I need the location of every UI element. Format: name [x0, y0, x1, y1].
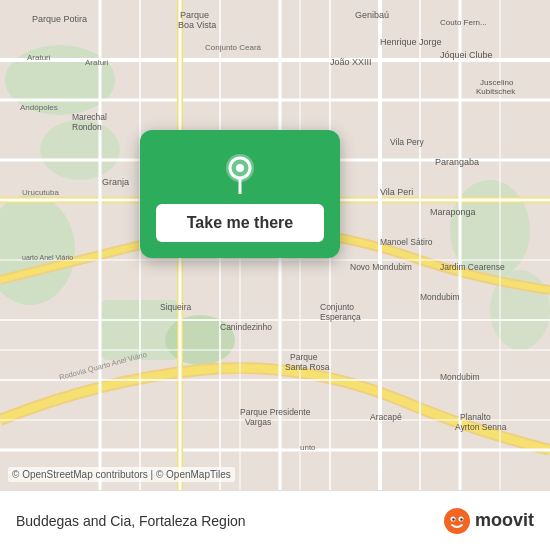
svg-text:João XXIII: João XXIII	[330, 57, 372, 67]
svg-text:Conjunto Ceará: Conjunto Ceará	[205, 43, 262, 52]
take-me-there-button[interactable]: Take me there	[156, 204, 324, 242]
svg-text:Siqueira: Siqueira	[160, 302, 191, 312]
svg-text:Jóquei Clube: Jóquei Clube	[440, 50, 493, 60]
svg-text:uarto Anel Viário: uarto Anel Viário	[22, 254, 73, 261]
moovit-face-icon	[443, 507, 471, 535]
svg-text:Parque Potira: Parque Potira	[32, 14, 87, 24]
svg-text:Vila Pery: Vila Pery	[390, 137, 425, 147]
location-pin-icon	[218, 150, 262, 194]
svg-text:Manoel Sátiro: Manoel Sátiro	[380, 237, 433, 247]
svg-text:Ayrton Senna: Ayrton Senna	[455, 422, 507, 432]
svg-text:Kubitschek: Kubitschek	[476, 87, 516, 96]
svg-text:Conjunto: Conjunto	[320, 302, 354, 312]
svg-text:Mondubim: Mondubim	[440, 372, 480, 382]
svg-text:Planalto: Planalto	[460, 412, 491, 422]
svg-text:Andópoles: Andópoles	[20, 103, 58, 112]
svg-text:Rondon: Rondon	[72, 122, 102, 132]
moovit-brand-text: moovit	[475, 510, 534, 531]
svg-text:Araturi: Araturi	[27, 53, 51, 62]
svg-text:Mondubim: Mondubim	[420, 292, 460, 302]
svg-text:Genibaú: Genibaú	[355, 10, 389, 20]
map-attribution: © OpenStreetMap contributors | © OpenMap…	[8, 467, 235, 482]
svg-text:Aracapé: Aracapé	[370, 412, 402, 422]
svg-text:Parque Presidente: Parque Presidente	[240, 407, 311, 417]
svg-text:Urucutuba: Urucutuba	[22, 188, 59, 197]
location-label: Buddegas and Cia, Fortaleza Region	[16, 513, 246, 529]
svg-text:Parque: Parque	[290, 352, 318, 362]
svg-text:Parangaba: Parangaba	[435, 157, 479, 167]
svg-point-76	[444, 508, 470, 534]
svg-text:Esperança: Esperança	[320, 312, 361, 322]
svg-point-75	[236, 164, 244, 172]
svg-text:Granja: Granja	[102, 177, 129, 187]
svg-text:Henrique Jorge: Henrique Jorge	[380, 37, 442, 47]
svg-text:Jardim Cearense: Jardim Cearense	[440, 262, 505, 272]
svg-text:Novo Mondubim: Novo Mondubim	[350, 262, 412, 272]
svg-text:Vargas: Vargas	[245, 417, 271, 427]
svg-point-80	[460, 518, 462, 520]
svg-text:Vila Peri: Vila Peri	[380, 187, 413, 197]
svg-point-79	[452, 518, 454, 520]
svg-text:Maraponga: Maraponga	[430, 207, 476, 217]
svg-text:Santa Rosa: Santa Rosa	[285, 362, 330, 372]
map-card: Take me there	[140, 130, 340, 258]
svg-text:Marechal: Marechal	[72, 112, 107, 122]
svg-text:unto: unto	[300, 443, 316, 452]
svg-text:Araturi: Araturi	[85, 58, 109, 67]
svg-text:Juscelino: Juscelino	[480, 78, 514, 87]
svg-text:Parque: Parque	[180, 10, 209, 20]
svg-text:Boa Vista: Boa Vista	[178, 20, 216, 30]
bottom-bar: Buddegas and Cia, Fortaleza Region moovi…	[0, 490, 550, 550]
svg-text:Couto Fern...: Couto Fern...	[440, 18, 487, 27]
moovit-logo: moovit	[443, 507, 534, 535]
map-container: Parque Potira Parque Boa Vista Genibaú A…	[0, 0, 550, 490]
svg-text:Canindezinho: Canindezinho	[220, 322, 272, 332]
